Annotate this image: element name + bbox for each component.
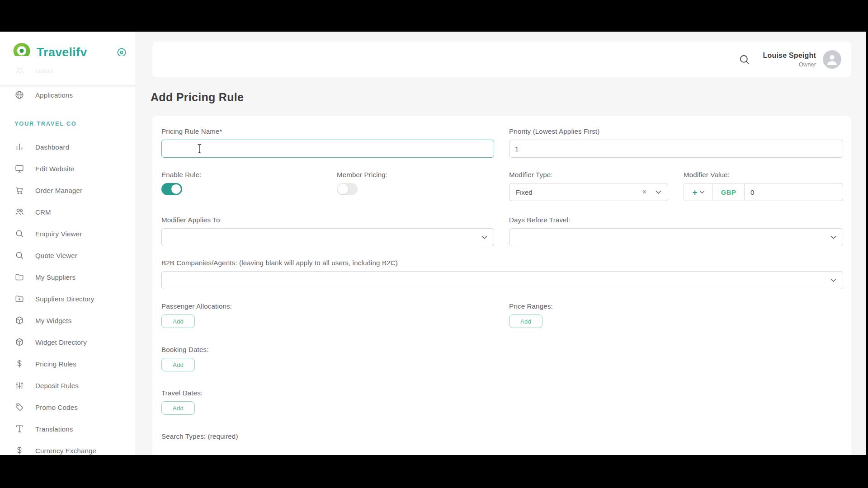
modifier-type-select[interactable]: Fixed × (509, 183, 668, 201)
row-booking-dates: Booking Dates: Add (161, 346, 843, 371)
enable-rule-toggle[interactable] (161, 183, 182, 195)
modifier-value-input[interactable]: 0 (745, 183, 843, 201)
sidebar-item-label: Promo Codes (35, 404, 78, 411)
chevron-down-icon (656, 190, 661, 194)
folder-plus-icon (14, 294, 24, 304)
page-title: Add Pricing Rule (151, 91, 866, 104)
sidebar-item-deposit-rules[interactable]: Deposit Rules (0, 375, 135, 396)
sidebar: Travelify Users (0, 32, 135, 455)
sidebar-item-quote-viewer[interactable]: Quote Viewer (0, 244, 135, 266)
brand-name: Travelify (37, 46, 87, 60)
price-ranges-label: Price Ranges: (509, 302, 843, 310)
enable-rule-label: Enable Rule: (161, 171, 337, 178)
circle-dot-icon[interactable] (116, 47, 127, 58)
modifier-type-label: Modifier Type: (509, 171, 684, 178)
passenger-allocations-label: Passenger Allocations: (161, 302, 509, 310)
chevron-down-icon (830, 278, 836, 282)
sidebar-item-label: Users (35, 67, 53, 75)
sidebar-item-label: My Widgets (35, 317, 71, 324)
b2b-companies-label: B2B Companies/Agents: (leaving blank wil… (161, 259, 843, 267)
cube-grid-icon (14, 337, 24, 347)
search-types-label: Search Types: (required) (161, 432, 843, 440)
letter-t-icon (14, 424, 24, 434)
user-role: Owner (763, 61, 816, 68)
row-search-types: Search Types: (required) (161, 432, 843, 440)
sidebar-item-label: My Suppliers (35, 273, 75, 281)
sidebar-item-label: Applications (35, 91, 73, 99)
sidebar-item-label: Currency Exchange (35, 447, 96, 455)
sidebar-item-label: Dashboard (35, 143, 69, 151)
dollar-icon (14, 446, 24, 455)
sidebar-item-promo-codes[interactable]: Promo Codes (0, 396, 135, 418)
row-name-priority: Pricing Rule Name* Priority (Lowest Appl… (161, 127, 843, 158)
member-pricing-toggle[interactable] (337, 183, 358, 195)
sidebar-item-translations[interactable]: Translations (0, 418, 135, 440)
main-area: Louise Speight Owner Add Pricing Rule Pr… (135, 32, 866, 455)
sidebar-item-label: Pricing Rules (35, 360, 76, 368)
row-allocations-ranges: Passenger Allocations: Add Price Ranges:… (161, 302, 843, 328)
search-icon[interactable] (738, 53, 750, 66)
tag-icon (14, 402, 24, 412)
currency-code: GBP (713, 183, 745, 201)
screen: Travelify Users (0, 0, 868, 488)
avatar[interactable] (823, 50, 841, 69)
sidebar-item-my-suppliers[interactable]: My Suppliers (0, 266, 135, 288)
sidebar-item-label: Translations (35, 425, 73, 433)
user-name: Louise Speight (763, 52, 816, 60)
dollar-icon (14, 359, 24, 369)
chevron-down-icon (830, 235, 836, 239)
sidebar-item-widget-directory[interactable]: Widget Directory (0, 331, 135, 353)
pricing-rule-form: Pricing Rule Name* Priority (Lowest Appl… (152, 116, 851, 455)
sidebar-item-applications[interactable]: Applications (0, 84, 135, 106)
sidebar-item-order-manager[interactable]: Order Manager (0, 179, 135, 201)
search-icon (14, 229, 24, 239)
modifier-applies-to-select[interactable] (161, 228, 494, 246)
travel-dates-label: Travel Dates: (161, 389, 843, 397)
top-header: Louise Speight Owner (152, 42, 851, 77)
days-before-travel-label: Days Before Travel: (509, 216, 843, 224)
cube-icon (14, 315, 24, 325)
sidebar-item-label: CRM (35, 208, 51, 216)
travel-dates-add-button[interactable]: Add (161, 401, 195, 415)
sidebar-section-label: YOUR TRAVEL CO (14, 120, 76, 127)
pricing-rule-name-input[interactable] (161, 140, 494, 158)
plus-icon: + (692, 188, 697, 197)
price-ranges-add-button[interactable]: Add (509, 314, 542, 328)
sidebar-item-users[interactable]: Users (0, 60, 135, 81)
users-icon (14, 66, 24, 75)
sidebar-item-edit-website[interactable]: Edit Website (0, 158, 135, 179)
people-icon (14, 207, 24, 217)
modifier-value-group: + GBP 0 (684, 183, 843, 201)
bar-chart-icon (14, 142, 24, 152)
sidebar-item-dashboard[interactable]: Dashboard (0, 136, 135, 158)
search-icon (14, 250, 24, 260)
sidebar-item-label: Suppliers Directory (35, 295, 94, 303)
sidebar-item-label: Widget Directory (35, 338, 87, 346)
sidebar-item-currency-exchange[interactable]: Currency Exchange (0, 440, 135, 455)
sidebar-item-enquiry-viewer[interactable]: Enquiry Viewer (0, 223, 135, 244)
passenger-allocations-add-button[interactable]: Add (161, 314, 195, 328)
days-before-travel-select[interactable] (509, 228, 843, 246)
sidebar-item-label: Deposit Rules (35, 382, 79, 389)
clear-icon[interactable]: × (642, 188, 646, 196)
user-menu[interactable]: Louise Speight Owner (763, 52, 816, 68)
row-applies-days: Modifier Applies To: Days Before Travel: (161, 216, 843, 246)
booking-dates-label: Booking Dates: (161, 346, 843, 353)
cart-icon (14, 185, 24, 195)
row-travel-dates: Travel Dates: Add (161, 389, 843, 415)
pricing-rule-name-label: Pricing Rule Name* (161, 127, 494, 135)
sidebar-item-my-widgets[interactable]: My Widgets (0, 310, 135, 331)
sidebar-item-suppliers-directory[interactable]: Suppliers Directory (0, 288, 135, 310)
chevron-down-icon (700, 191, 704, 194)
sidebar-item-pricing-rules[interactable]: Pricing Rules (0, 353, 135, 375)
sidebar-item-label: Enquiry Viewer (35, 230, 82, 238)
booking-dates-add-button[interactable]: Add (161, 358, 195, 371)
globe-icon (14, 90, 24, 100)
sidebar-item-crm[interactable]: CRM (0, 201, 135, 223)
member-pricing-label: Member Pricing: (337, 171, 509, 178)
priority-input[interactable]: 1 (509, 140, 843, 158)
chevron-down-icon (481, 235, 487, 239)
sidebar-item-label: Edit Website (35, 165, 74, 173)
modifier-sign-select[interactable]: + (684, 183, 713, 201)
b2b-companies-select[interactable] (161, 271, 843, 289)
